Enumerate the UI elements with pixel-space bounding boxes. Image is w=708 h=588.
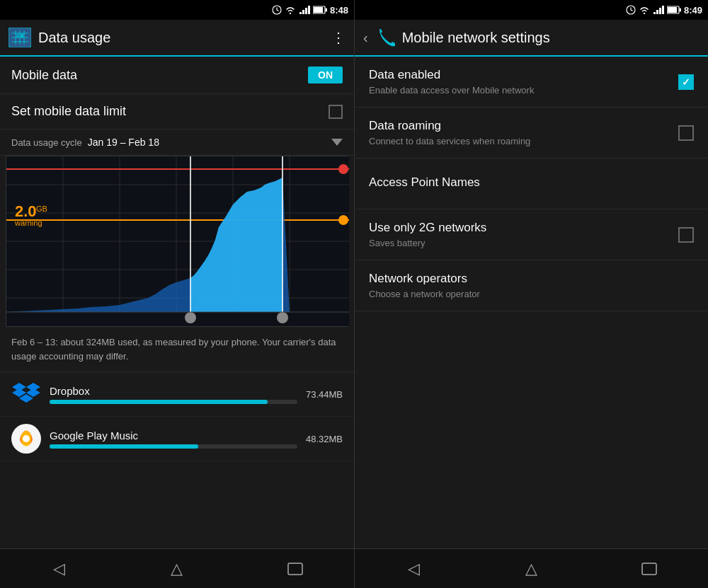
phone-icon	[375, 28, 395, 47]
left-toolbar: Data usage ⋮	[0, 20, 354, 57]
settings-item-data-roaming[interactable]: Data roaming Connect to data services wh…	[355, 108, 708, 158]
mobile-data-label: Mobile data	[11, 68, 77, 83]
svg-rect-4	[302, 10, 304, 14]
svg-rect-18	[21, 34, 23, 38]
data-usage-toolbar-icon	[8, 28, 31, 47]
svg-rect-3	[299, 12, 302, 14]
chart-info-text: Feb 6 – 13: about 324MB used, as measure…	[0, 327, 354, 372]
svg-point-41	[185, 312, 196, 323]
app-row-dropbox[interactable]: Dropbox 73.44MB	[0, 372, 354, 417]
gpm-size: 48.32MB	[306, 434, 343, 444]
right-recent-button[interactable]	[628, 555, 670, 583]
dropbox-icon	[11, 379, 41, 409]
data-enabled-checkbox[interactable]	[678, 74, 694, 90]
right-signal-icon	[653, 5, 664, 15]
right-status-icons	[626, 5, 681, 15]
settings-item-data-enabled[interactable]: Data enabled Enable data access over Mob…	[355, 57, 708, 108]
svg-rect-6	[308, 6, 310, 14]
svg-rect-17	[16, 34, 19, 38]
right-clock-icon	[626, 5, 636, 15]
left-recent-button[interactable]	[274, 555, 316, 583]
set-limit-checkbox[interactable]	[329, 105, 343, 119]
right-panel: 8:49 ‹ Mobile network settings Data enab…	[354, 0, 708, 588]
data-roaming-checkbox[interactable]	[678, 125, 694, 141]
left-back-button[interactable]: ◁	[38, 555, 80, 583]
settings-item-data-roaming-text: Data roaming Connect to data services wh…	[369, 119, 678, 146]
svg-point-33	[338, 215, 348, 225]
set-limit-label: Set mobile data limit	[11, 104, 126, 119]
data-chart: 2.0 GB warning	[6, 156, 348, 327]
right-battery-icon	[667, 6, 681, 14]
2g-checkbox[interactable]	[678, 227, 694, 243]
data-enabled-title: Data enabled	[369, 68, 678, 82]
dropbox-info: Dropbox	[50, 385, 297, 404]
right-toolbar-title: Mobile network settings	[402, 30, 700, 46]
svg-rect-55	[653, 12, 656, 14]
mobile-data-row: Mobile data ON	[0, 57, 354, 94]
dropbox-bar-fill	[50, 400, 268, 404]
clock-icon	[272, 5, 282, 15]
gpm-bar-bg	[50, 444, 297, 449]
wifi-icon	[285, 5, 296, 15]
svg-text:GB: GB	[36, 204, 47, 213]
mobile-data-toggle[interactable]: ON	[308, 67, 343, 83]
menu-dots-button[interactable]: ⋮	[331, 29, 346, 46]
battery-icon	[313, 6, 327, 14]
svg-point-31	[338, 164, 348, 174]
right-status-bar: 8:49	[355, 0, 708, 20]
right-toolbar-back[interactable]: ‹	[363, 30, 368, 46]
svg-rect-58	[662, 6, 664, 14]
settings-item-2g[interactable]: Use only 2G networks Saves battery	[355, 209, 708, 260]
right-bottom-nav: ◁ △	[355, 548, 708, 588]
left-time: 8:48	[330, 5, 348, 16]
left-content: Mobile data ON Set mobile data limit Dat…	[0, 57, 354, 548]
settings-item-apn-text: Access Point Names	[369, 175, 694, 192]
gpm-bar-fill	[50, 444, 198, 449]
gpm-logo	[11, 424, 41, 454]
svg-rect-61	[668, 7, 677, 13]
2g-title: Use only 2G networks	[369, 221, 678, 235]
settings-item-apn[interactable]: Access Point Names	[355, 158, 708, 209]
dropbox-logo	[12, 381, 40, 407]
cycle-row[interactable]: Data usage cycle Jan 19 – Feb 18	[0, 129, 354, 156]
network-operators-title: Network operators	[369, 272, 694, 286]
svg-rect-8	[325, 8, 327, 12]
dropbox-name: Dropbox	[50, 385, 297, 397]
recent-apps-icon	[287, 563, 303, 575]
svg-rect-62	[642, 563, 656, 575]
svg-point-50	[23, 435, 30, 442]
right-settings-content: Data enabled Enable data access over Mob…	[355, 57, 708, 548]
left-status-icons	[272, 5, 327, 15]
data-enabled-subtitle: Enable data access over Mobile network	[369, 85, 678, 96]
data-roaming-subtitle: Connect to data services when roaming	[369, 136, 678, 146]
right-home-button[interactable]: △	[510, 555, 552, 583]
left-toolbar-title: Data usage	[38, 30, 324, 46]
left-home-button[interactable]: △	[156, 555, 198, 583]
dropbox-size: 73.44MB	[306, 389, 343, 400]
app-row-gpm[interactable]: Google Play Music 48.32MB	[0, 417, 354, 461]
svg-text:2.0: 2.0	[15, 202, 37, 220]
apn-title: Access Point Names	[369, 175, 694, 190]
svg-rect-60	[679, 8, 681, 12]
svg-rect-5	[305, 8, 307, 14]
data-roaming-title: Data roaming	[369, 119, 678, 133]
svg-point-42	[277, 312, 288, 323]
cycle-arrow-icon	[331, 139, 343, 146]
right-time: 8:49	[684, 5, 702, 16]
svg-rect-9	[314, 7, 323, 13]
svg-text:warning: warning	[14, 219, 42, 227]
right-wifi-icon	[639, 5, 650, 15]
left-panel: 8:48 Data usage ⋮ Mobile data ON Set mob…	[0, 0, 354, 588]
settings-item-network-operators-text: Network operators Choose a network opera…	[369, 272, 694, 299]
svg-rect-57	[659, 8, 661, 14]
gpm-name: Google Play Music	[50, 430, 297, 442]
svg-line-2	[277, 10, 279, 11]
svg-line-54	[631, 10, 633, 11]
gpm-icon	[11, 424, 41, 454]
settings-item-data-enabled-text: Data enabled Enable data access over Mob…	[369, 68, 678, 96]
right-back-button[interactable]: ◁	[392, 555, 435, 583]
svg-rect-51	[288, 563, 302, 575]
2g-subtitle: Saves battery	[369, 238, 678, 248]
set-limit-row[interactable]: Set mobile data limit	[0, 94, 354, 129]
settings-item-network-operators[interactable]: Network operators Choose a network opera…	[355, 260, 708, 311]
